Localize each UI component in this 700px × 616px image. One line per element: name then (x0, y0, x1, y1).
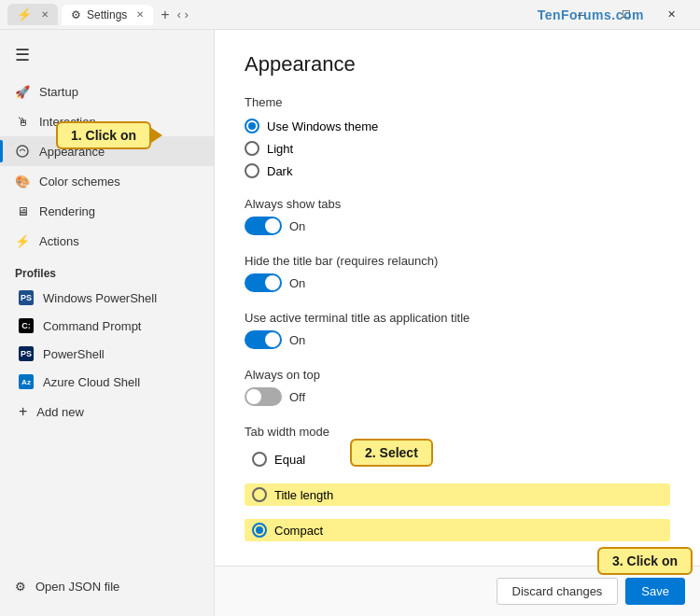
always-show-tabs-state: On (289, 219, 305, 233)
hide-title-bar-state: On (289, 276, 305, 290)
theme-windows-option[interactable]: Use Windows theme (245, 119, 670, 133)
powershell-icon: PS (19, 346, 34, 361)
theme-dark-label: Dark (267, 164, 292, 178)
sidebar-item-color-schemes[interactable]: 🎨 Color schemes (0, 166, 214, 196)
tab-nav-back[interactable]: ‹ (177, 8, 181, 21)
profiles-header: Profiles (0, 256, 214, 284)
tab-equal-option[interactable]: Equal (245, 448, 670, 470)
tab-compact-label: Compact (274, 524, 323, 538)
hide-title-bar-toggle-container: On (245, 273, 670, 292)
tab-equal-label: Equal (274, 453, 305, 467)
command-prompt-icon: C: (19, 318, 34, 333)
active-terminal-title-toggle-container: On (245, 330, 670, 349)
theme-dark-option[interactable]: Dark (245, 163, 670, 178)
app-body: ☰ 🚀 Startup 🖱 Interaction Appearance 🎨 C… (0, 30, 700, 616)
gear-icon: ⚙ (15, 580, 26, 594)
settings-tab-label: Settings (87, 8, 127, 21)
profile-command-prompt[interactable]: C: Command Prompt (0, 312, 214, 340)
close-settings-tab-icon[interactable]: ✕ (136, 9, 144, 20)
add-new-button[interactable]: + Add new (0, 396, 214, 427)
rendering-label: Rendering (39, 204, 95, 218)
svg-point-0 (17, 146, 28, 157)
tab-title-length-radio[interactable] (252, 487, 267, 502)
always-show-tabs-label: Always show tabs (245, 197, 670, 211)
settings-tab-icon: ⚙ (71, 8, 81, 21)
callout-2: 2. Select (350, 439, 433, 467)
theme-light-radio[interactable] (245, 141, 259, 156)
azure-cloud-shell-icon: Az (19, 374, 34, 389)
main-content-wrapper: Appearance Theme Use Windows theme Light… (215, 30, 700, 616)
profile-windows-powershell[interactable]: PS Windows PowerShell (0, 284, 214, 312)
add-new-label: Add new (36, 405, 84, 419)
close-tab-icon[interactable]: ✕ (41, 9, 49, 20)
always-on-top-state: Off (289, 390, 305, 404)
profile-powershell[interactable]: PS PowerShell (0, 340, 214, 368)
callout-1: 1. Click on (56, 121, 151, 149)
tab-title-length-label: Title length (274, 488, 333, 502)
theme-windows-label: Use Windows theme (267, 119, 378, 133)
active-terminal-title-toggle[interactable] (245, 330, 282, 349)
terminal-tab[interactable]: ⚡ ✕ (7, 4, 58, 25)
callout-3: 3. Click on (597, 547, 693, 575)
tab-width-options: Equal Title length Compact (245, 448, 670, 549)
active-terminal-title-state: On (289, 333, 305, 347)
active-terminal-title-label: Use active terminal title as application… (245, 311, 670, 325)
always-on-top-toggle[interactable] (245, 387, 282, 406)
active-terminal-title-row: Use active terminal title as application… (245, 311, 670, 349)
hide-title-bar-toggle[interactable] (245, 273, 282, 292)
color-schemes-icon: 🎨 (15, 174, 30, 189)
theme-label: Theme (245, 95, 670, 109)
sidebar-item-startup[interactable]: 🚀 Startup (0, 77, 214, 106)
theme-light-option[interactable]: Light (245, 141, 670, 156)
main-content: Appearance Theme Use Windows theme Light… (215, 30, 700, 566)
startup-icon: 🚀 (15, 84, 30, 99)
tab-width-label: Tab width mode (245, 425, 670, 439)
theme-radio-group: Use Windows theme Light Dark (245, 119, 670, 178)
tab-width-section: Tab width mode Equal Title length Compac… (245, 425, 670, 549)
sidebar-item-actions[interactable]: ⚡ Actions (0, 226, 214, 256)
profile-azure-cloud-shell[interactable]: Az Azure Cloud Shell (0, 368, 214, 396)
tab-compact-radio[interactable] (252, 523, 267, 538)
add-icon: + (19, 403, 27, 420)
always-show-tabs-toggle[interactable] (245, 217, 282, 235)
tab-compact-option[interactable]: Compact (245, 519, 670, 541)
tab-equal-radio[interactable] (252, 452, 267, 467)
title-bar: ⚡ ✕ ⚙ Settings ✕ + ‹ › TenForums.com ─ ☐… (0, 0, 700, 30)
open-json-label: Open JSON file (35, 580, 119, 594)
always-on-top-label: Always on top (245, 368, 670, 382)
hide-title-bar-row: Hide the title bar (requires relaunch) O… (245, 254, 670, 292)
startup-label: Startup (39, 85, 78, 99)
tab-title-length-option[interactable]: Title length (245, 483, 670, 506)
open-json-button[interactable]: ⚙ Open JSON file (15, 572, 199, 601)
theme-dark-radio[interactable] (245, 163, 259, 178)
sidebar: ☰ 🚀 Startup 🖱 Interaction Appearance 🎨 C… (0, 30, 215, 616)
terminal-icon: ⚡ (17, 7, 32, 21)
actions-label: Actions (39, 234, 79, 248)
tab-nav-forward[interactable]: › (185, 8, 189, 21)
theme-windows-radio[interactable] (245, 119, 259, 133)
page-title: Appearance (245, 52, 670, 77)
theme-light-label: Light (267, 142, 293, 156)
windows-powershell-icon: PS (19, 290, 34, 305)
save-button[interactable]: Save (625, 578, 685, 605)
discard-changes-button[interactable]: Discard changes (497, 578, 619, 605)
add-tab-button[interactable]: + (161, 7, 169, 23)
powershell-label: PowerShell (43, 347, 105, 361)
appearance-icon (15, 144, 30, 159)
color-schemes-label: Color schemes (39, 175, 120, 189)
close-button[interactable]: ✕ (650, 0, 693, 30)
command-prompt-label: Command Prompt (43, 319, 141, 333)
rendering-icon: 🖥 (15, 203, 30, 218)
interaction-icon: 🖱 (15, 114, 30, 129)
azure-cloud-shell-label: Azure Cloud Shell (43, 375, 140, 389)
hide-title-bar-label: Hide the title bar (requires relaunch) (245, 254, 670, 268)
hamburger-button[interactable]: ☰ (0, 37, 214, 73)
always-show-tabs-row: Always show tabs On (245, 197, 670, 235)
sidebar-item-rendering[interactable]: 🖥 Rendering (0, 196, 214, 226)
windows-powershell-label: Windows PowerShell (43, 291, 157, 305)
watermark: TenForums.com (538, 7, 644, 22)
settings-tab[interactable]: ⚙ Settings ✕ (62, 5, 153, 25)
always-on-top-toggle-container: Off (245, 387, 670, 406)
always-show-tabs-toggle-container: On (245, 217, 670, 235)
sidebar-bottom: ⚙ Open JSON file (0, 565, 214, 609)
